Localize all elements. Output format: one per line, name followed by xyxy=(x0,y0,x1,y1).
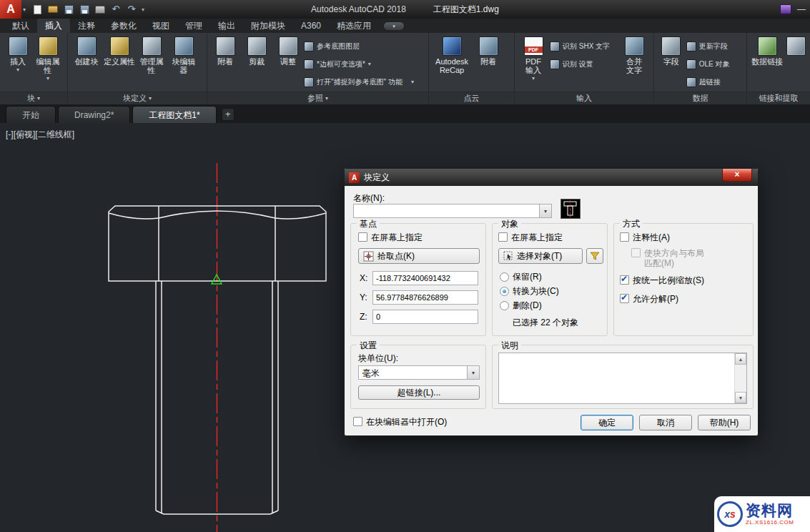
description-scrollbar[interactable]: ▲ ▼ xyxy=(734,353,746,403)
retain-radio[interactable]: 保留(R) xyxy=(500,272,542,282)
ribbon-tab-annotate[interactable]: 注释 xyxy=(70,19,103,33)
pdf-import-button[interactable]: PDF 输入 ▾ xyxy=(517,34,550,92)
dialog-close-button[interactable]: × xyxy=(722,169,752,182)
file-tab-drawing2[interactable]: Drawing2* xyxy=(58,106,130,123)
help-button[interactable]: 帮助(H) xyxy=(698,415,751,430)
ribbon-tab-featured-apps[interactable]: 精选应用 xyxy=(329,19,379,33)
combo-arrow-icon[interactable]: ▾ xyxy=(467,366,479,379)
panel-label-import[interactable]: 输入 xyxy=(515,92,653,104)
combo-arrow-icon[interactable]: ▾ xyxy=(539,205,551,217)
panel-label-data[interactable]: 数据 xyxy=(654,92,746,104)
pointcloud-attach-button[interactable]: 附着 xyxy=(473,34,504,92)
snap-to-underlay-button[interactable]: 打开"捕捉到参考底图" 功能 ▾ xyxy=(304,73,424,91)
underlay-layers-button[interactable]: 参考底图图层 xyxy=(304,37,424,55)
checkbox-icon[interactable] xyxy=(620,232,629,242)
insert-block-button[interactable]: 插入 ▾ xyxy=(2,34,34,92)
combine-text-button[interactable]: 合并 文字 xyxy=(618,34,650,92)
app-menu-arrow-icon[interactable]: ▾ xyxy=(23,6,26,13)
manage-attributes-button[interactable]: 管理属性 xyxy=(136,34,167,92)
objects-specify-onscreen-checkbox[interactable]: 在屏幕上指定 xyxy=(498,232,563,242)
panel-label-reference[interactable]: 参照 ▾ xyxy=(207,92,428,104)
uniform-scale-checkbox[interactable]: ✔ 按统一比例缩放(S) xyxy=(620,275,704,285)
redo-icon[interactable]: ↷ xyxy=(126,4,137,15)
cancel-button[interactable]: 取消 xyxy=(639,415,692,430)
match-orientation-checkbox[interactable]: 使块方向与布局 匹配(M) xyxy=(631,248,704,268)
hyperlink-dialog-button[interactable]: 超链接(L)... xyxy=(358,385,480,400)
basepoint-specify-onscreen-checkbox[interactable]: 在屏幕上指定 xyxy=(358,232,423,242)
annotative-checkbox[interactable]: 注释性(A) xyxy=(620,232,670,242)
ole-object-button[interactable]: OLE 对象 xyxy=(686,55,744,73)
pick-point-button[interactable]: 拾取点(K) xyxy=(358,248,480,264)
block-name-input[interactable] xyxy=(357,205,536,215)
quick-select-button[interactable] xyxy=(586,248,603,264)
radio-selected-icon[interactable] xyxy=(500,287,509,296)
save-as-icon[interactable] xyxy=(79,4,90,15)
define-attributes-button[interactable]: 定义属性 xyxy=(103,34,136,92)
ribbon-tab-addins[interactable]: 附加模块 xyxy=(243,19,293,33)
delete-radio[interactable]: 删除(D) xyxy=(500,300,542,310)
panel-label-linking[interactable]: 链接和提取 xyxy=(747,92,810,104)
ok-button[interactable]: 确定 xyxy=(581,415,633,430)
checkbox-checked-icon[interactable]: ✔ xyxy=(620,294,629,303)
recognition-settings-button[interactable]: 识别 设置 xyxy=(550,55,618,73)
checkbox-icon[interactable] xyxy=(358,232,367,242)
ribbon-tab-parametric[interactable]: 参数化 xyxy=(103,19,144,33)
undo-icon[interactable]: ↶ xyxy=(110,4,122,15)
ribbon-tab-output[interactable]: 输出 xyxy=(210,19,243,33)
recognize-shx-button[interactable]: 识别 SHX 文字 xyxy=(550,37,618,55)
recap-button[interactable]: Autodesk ReCap xyxy=(431,34,473,92)
edit-attribute-button[interactable]: 编辑属性 ▾ xyxy=(34,34,62,92)
ribbon-tab-insert[interactable]: 插入 xyxy=(37,19,70,33)
block-editor-button[interactable]: 块编辑器 xyxy=(167,34,200,92)
y-coordinate-input[interactable] xyxy=(372,290,478,305)
allow-explode-checkbox[interactable]: ✔ 允许分解(P) xyxy=(620,294,678,304)
block-name-combo[interactable]: ▾ xyxy=(353,204,552,218)
new-file-icon[interactable] xyxy=(31,4,43,15)
file-tab-document1[interactable]: 工程图文档1* xyxy=(132,106,216,123)
description-textarea[interactable]: ▲ ▼ xyxy=(498,353,747,404)
scroll-down-icon[interactable]: ▼ xyxy=(735,392,746,403)
checkbox-icon[interactable] xyxy=(498,232,508,242)
clip-button[interactable]: 剪裁 xyxy=(241,34,272,92)
open-in-block-editor-checkbox[interactable]: 在块编辑器中打开(O) xyxy=(353,417,447,427)
ribbon-tab-home[interactable]: 默认 xyxy=(4,19,37,33)
update-fields-button[interactable]: 更新字段 xyxy=(686,37,744,55)
viewport-controls[interactable]: [-][俯视][二维线框] xyxy=(6,129,74,141)
ribbon-tab-manage[interactable]: 管理 xyxy=(177,19,210,33)
checkbox-icon[interactable] xyxy=(353,417,362,426)
save-icon[interactable] xyxy=(63,4,74,15)
frame-option-button[interactable]: *边框可变选项* ▾ xyxy=(304,55,424,73)
ribbon-display-toggle[interactable]: ▾ xyxy=(383,21,405,31)
radio-icon[interactable] xyxy=(500,272,509,282)
checkbox-checked-icon[interactable]: ✔ xyxy=(620,275,629,285)
hyperlink-button[interactable]: 超链接 xyxy=(686,73,744,91)
x-coordinate-input[interactable] xyxy=(372,271,478,285)
panel-label-block[interactable]: 块 ▾ xyxy=(0,92,67,104)
field-button[interactable]: 字段 xyxy=(656,34,686,92)
block-unit-dropdown[interactable]: 毫米 ▾ xyxy=(358,365,480,380)
open-file-icon[interactable] xyxy=(47,4,59,15)
attach-button[interactable]: 附着 xyxy=(209,34,241,92)
plot-icon[interactable] xyxy=(94,4,106,15)
adjust-button[interactable]: 调整 xyxy=(272,34,304,92)
select-objects-button[interactable]: 选择对象(T) xyxy=(498,248,583,264)
data-link-button[interactable]: 数据链接 xyxy=(749,34,785,92)
ribbon-tab-a360[interactable]: A360 xyxy=(293,19,329,33)
autocad-logo-icon[interactable]: A xyxy=(0,0,21,19)
radio-icon[interactable] xyxy=(500,301,509,310)
file-tab-start[interactable]: 开始 xyxy=(6,106,56,123)
create-block-button[interactable]: 创建块 xyxy=(70,34,103,92)
scroll-up-icon[interactable]: ▲ xyxy=(735,353,746,365)
z-coordinate-input[interactable] xyxy=(372,310,478,324)
dialog-title-bar[interactable]: A 块定义 xyxy=(345,169,758,186)
qat-customize-arrow-icon[interactable]: ▾ xyxy=(142,6,144,13)
extraction-button[interactable] xyxy=(785,34,806,92)
panel-label-point-cloud[interactable]: 点云 xyxy=(429,92,514,104)
infocenter-icon[interactable] xyxy=(780,4,791,14)
convert-to-block-radio[interactable]: 转换为块(C) xyxy=(500,286,559,296)
clip-label: 剪裁 xyxy=(249,57,265,66)
new-drawing-tab-button[interactable]: + xyxy=(222,108,234,121)
panel-label-block-definition[interactable]: 块定义 ▾ xyxy=(68,92,207,104)
ribbon-tab-view[interactable]: 视图 xyxy=(144,19,177,33)
minimize-icon[interactable]: — xyxy=(797,4,806,14)
